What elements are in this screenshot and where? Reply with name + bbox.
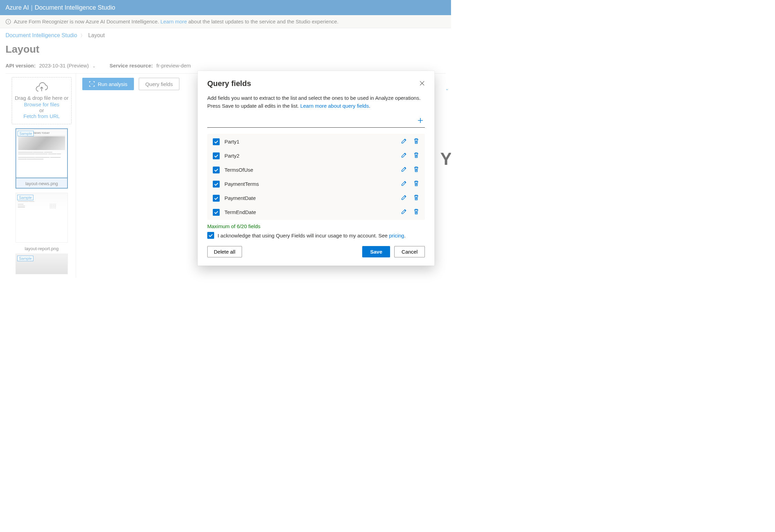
pencil-icon bbox=[401, 209, 407, 215]
field-checkbox[interactable] bbox=[213, 181, 220, 188]
max-fields-message: Maximum of 6/20 fields bbox=[207, 223, 425, 229]
field-checkbox[interactable] bbox=[213, 152, 220, 159]
delete-all-button[interactable]: Delete all bbox=[207, 246, 242, 257]
field-checkbox[interactable] bbox=[213, 209, 220, 216]
add-field-button[interactable] bbox=[416, 116, 425, 126]
cancel-button[interactable]: Cancel bbox=[394, 246, 425, 257]
edit-field-button[interactable] bbox=[401, 180, 407, 188]
trash-icon bbox=[413, 138, 419, 144]
add-field-input-row bbox=[207, 116, 425, 128]
edit-field-button[interactable] bbox=[401, 166, 407, 173]
pricing-link[interactable]: pricing bbox=[389, 233, 404, 238]
pencil-icon bbox=[401, 194, 407, 201]
field-row: TermEndDate bbox=[207, 205, 425, 219]
pencil-icon bbox=[401, 166, 407, 172]
field-name: PaymentDate bbox=[224, 195, 396, 201]
field-checkbox[interactable] bbox=[213, 138, 220, 145]
field-name: TermsOfUse bbox=[224, 167, 396, 173]
trash-icon bbox=[413, 209, 419, 215]
acknowledge-row: I acknowledge that using Query Fields wi… bbox=[207, 232, 425, 239]
learn-more-link[interactable]: Learn more about query fields bbox=[300, 103, 369, 109]
field-checkbox[interactable] bbox=[213, 195, 220, 202]
delete-field-button[interactable] bbox=[413, 152, 419, 159]
add-field-input[interactable] bbox=[207, 117, 412, 125]
field-name: Party1 bbox=[224, 139, 396, 145]
field-row: PaymentTerms bbox=[207, 177, 425, 191]
field-checkbox[interactable] bbox=[213, 167, 220, 173]
trash-icon bbox=[413, 180, 419, 187]
pencil-icon bbox=[401, 152, 407, 158]
trash-icon bbox=[413, 152, 419, 158]
field-name: TermEndDate bbox=[224, 209, 396, 215]
close-icon bbox=[419, 81, 425, 86]
edit-field-button[interactable] bbox=[401, 138, 407, 145]
field-row: PaymentDate bbox=[207, 191, 425, 205]
field-name: PaymentTerms bbox=[224, 181, 396, 187]
field-list: Party1 Party2 TermsOfUse PaymentTerms Pa… bbox=[207, 134, 425, 220]
pencil-icon bbox=[401, 180, 407, 187]
acknowledge-checkbox[interactable] bbox=[207, 232, 214, 239]
plus-icon bbox=[417, 117, 423, 124]
field-row: Party2 bbox=[207, 149, 425, 163]
delete-field-button[interactable] bbox=[413, 166, 419, 173]
dialog-description: Add fields you want to extract to the li… bbox=[207, 94, 425, 110]
edit-field-button[interactable] bbox=[401, 209, 407, 216]
close-button[interactable] bbox=[419, 79, 425, 88]
delete-field-button[interactable] bbox=[413, 209, 419, 216]
trash-icon bbox=[413, 194, 419, 201]
query-fields-dialog: Query fields Add fields you want to extr… bbox=[198, 71, 434, 266]
delete-field-button[interactable] bbox=[413, 180, 419, 188]
delete-field-button[interactable] bbox=[413, 138, 419, 145]
field-row: TermsOfUse bbox=[207, 163, 425, 177]
trash-icon bbox=[413, 166, 419, 172]
delete-field-button[interactable] bbox=[413, 194, 419, 202]
edit-field-button[interactable] bbox=[401, 152, 407, 159]
dialog-title: Query fields bbox=[207, 79, 251, 88]
field-name: Party2 bbox=[224, 153, 396, 159]
dialog-footer: Delete all Save Cancel bbox=[207, 246, 425, 257]
save-button[interactable]: Save bbox=[362, 246, 390, 257]
field-row: Party1 bbox=[207, 135, 425, 149]
pencil-icon bbox=[401, 138, 407, 144]
edit-field-button[interactable] bbox=[401, 194, 407, 202]
